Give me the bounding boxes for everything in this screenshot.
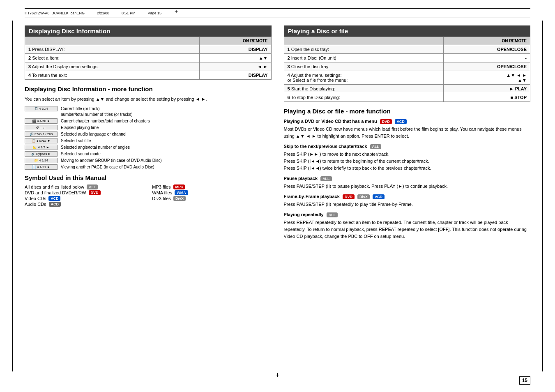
subsection-badge: DVD	[343, 194, 355, 199]
icon-row: 🎵 4 10/4Current title (or track)number/t…	[25, 106, 272, 118]
play-step-label: 5 Start the Disc playing:	[284, 85, 443, 93]
playing-disc-section: Playing a Disc or file ON REMOTE 1 Open …	[284, 25, 531, 102]
page-header: HT762TZW-A0_DCANLLK_canENG 2/21/08 8:51 …	[25, 8, 530, 18]
playing-step-row: 4 Adjust the menu settings:or Select a f…	[284, 71, 530, 85]
step-label: 2 Select a item:	[25, 54, 200, 62]
symbol-right: MP3 files MP3WMA files WMADivX files Div…	[152, 184, 271, 208]
subsection-title: Frame-by-Frame playback DVD DivX VCD	[284, 194, 531, 199]
display-step-row: 2 Select a item: ▲▼	[25, 54, 272, 62]
header-left: HT762TZW-A0_DCANLLK_canENG 2/21/08 8:51 …	[25, 10, 180, 16]
subsection-title-text: Playing repeatedly	[284, 212, 324, 217]
icon-img: 🔈 Bypass ►	[25, 151, 58, 157]
step-label: 3 Adjust the Display menu settings:	[25, 62, 200, 71]
subsection-title: Playing repeatedly ALL	[284, 212, 531, 217]
symbol-label: DVD and finalized DVD±R/RW	[25, 190, 86, 195]
playing-step-row: 1 Open the disc tray: OPEN/CLOSE	[284, 45, 530, 54]
subsection-badge: ALL	[320, 176, 332, 181]
icon-row: 📋 1 ENG ►Selected subtitle	[25, 138, 272, 144]
symbol-left: All discs and files listed below ALLDVD …	[25, 184, 144, 208]
page-container: HT762TZW-A0_DCANLLK_canENG 2/21/08 8:51 …	[0, 0, 555, 392]
right-border	[542, 21, 543, 371]
icon-img: 🔊 ENG 1 / 260	[25, 131, 58, 137]
icon-label: Selected sound mode	[61, 151, 101, 157]
icon-img: 🎬 4 4/50 ►	[25, 118, 58, 124]
icon-label: Selected audio language or channel	[61, 131, 127, 137]
subsection-title-text: Playing a DVD or Video CD that has a men…	[284, 119, 377, 124]
icons-area: 🎵 4 10/4Current title (or track)number/t…	[25, 106, 272, 170]
subsection: Pause playback ALL Press PAUSE/STEP (II)…	[284, 176, 531, 190]
subsection-badge: VCD	[395, 119, 407, 124]
playing-step-row: 6 To stop the Disc playing: ■ STOP	[284, 93, 530, 102]
display-info-table: ON REMOTE 1 Press DISPLAY: DISPLAY 2 Sel…	[25, 37, 272, 80]
play-step-label: 1 Open the disc tray:	[284, 45, 443, 54]
symbol-label: DivX files	[152, 196, 171, 201]
play-step-remote: OPEN/CLOSE	[443, 62, 530, 71]
symbol-row: MP3 files MP3	[152, 184, 271, 189]
symbol-label: MP3 files	[152, 184, 170, 189]
subsection-body: Press SKIP (►►I) to move to the next cha…	[284, 151, 531, 172]
play-step-label: 2 Insert a Disc: (On unit)	[284, 54, 443, 62]
symbol-badge: WMA	[175, 190, 188, 195]
subsection-title: Pause playback ALL	[284, 176, 531, 181]
subsection-body: Press PAUSE/STEP (II) repeatedly to play…	[284, 201, 531, 208]
subsection-body: Press PAUSE/STEP (II) to pause playback.…	[284, 183, 531, 190]
subsection-body: Press REPEAT repeatedly to select an ite…	[284, 219, 531, 240]
playing-step-row: 3 Close the disc tray: OPEN/CLOSE	[284, 62, 530, 71]
display-step-row: 4 To return the exit: DISPLAY	[25, 71, 272, 80]
display-info-header: Displaying Disc Information	[25, 25, 272, 37]
display-step-row: 3 Adjust the Display menu settings: ◄ ►	[25, 62, 272, 71]
symbol-label: Video CDs	[25, 196, 46, 201]
play-step-remote: ■ STOP	[443, 93, 530, 102]
display-more-desc: You can select an item by pressing ▲▼ an…	[25, 96, 272, 103]
icon-row: 🎬 4 4/50 ►Current chapter number/total n…	[25, 118, 272, 124]
play-step-label: 4 Adjust the menu settings:or Select a f…	[284, 71, 443, 85]
symbol-row: All discs and files listed below ALL	[25, 184, 144, 189]
playing-step-row: 5 Start the Disc playing: ► PLAY	[284, 85, 530, 93]
icon-row: ⏱ ---:--Elapsed playing time	[25, 125, 272, 131]
symbol-badge: VCD	[48, 196, 60, 201]
playing-disc-header: Playing a Disc or file	[284, 25, 531, 37]
subsection-title: Playing a DVD or Video CD that has a men…	[284, 119, 531, 124]
symbol-badge: ACD	[49, 202, 61, 207]
step-label: 1 Press DISPLAY:	[25, 45, 200, 54]
icon-img: 📋 1 ENG ►	[25, 138, 58, 143]
playing-disc-table: ON REMOTE 1 Open the disc tray: OPEN/CLO…	[284, 37, 531, 102]
header-page-ref: Page 15	[147, 11, 161, 15]
subsection: Frame-by-Frame playback DVD DivX VCD Pre…	[284, 194, 531, 208]
col-steps-header	[25, 37, 200, 45]
icon-label: Viewing another PAGE (in case of DVD Aud…	[61, 164, 154, 170]
subsection: Playing a DVD or Video CD that has a men…	[284, 119, 531, 140]
subsection-badge: ALL	[370, 144, 382, 149]
icon-label: Current title (or track)number/total num…	[61, 106, 133, 118]
play-col-remote-header: ON REMOTE	[443, 37, 530, 45]
subsection: Playing repeatedly ALL Press REPEAT repe…	[284, 212, 531, 240]
play-col-steps-header	[284, 37, 443, 45]
icon-label: Current chapter number/total number of c…	[61, 118, 150, 124]
symbol-badge: DivX	[173, 196, 186, 201]
subsection: Skip to the next/previous chapter/track …	[284, 144, 531, 172]
symbol-badge: ALL	[87, 184, 98, 189]
play-step-label: 6 To stop the Disc playing:	[284, 93, 443, 102]
play-step-remote: -	[443, 54, 530, 62]
subsection-badge: ALL	[327, 212, 338, 217]
playing-step-row: 2 Insert a Disc: (On unit) -	[284, 54, 530, 62]
playing-steps-body: 1 Open the disc tray: OPEN/CLOSE 2 Inser…	[284, 45, 530, 102]
playing-more-title: Playing a Disc or file - more function	[284, 108, 531, 115]
icon-img: 📐 4 1/2 ►	[25, 145, 58, 150]
display-more-title: Displaying Disc Information - more funct…	[25, 85, 272, 92]
symbol-badge: DVD	[89, 190, 101, 195]
display-step-row: 1 Press DISPLAY: DISPLAY	[25, 45, 272, 54]
main-content: Displaying Disc Information ON REMOTE 1 …	[25, 25, 530, 242]
icon-img: 📄 4 1/21 ►	[25, 164, 58, 170]
subsection-title-text: Frame-by-Frame playback	[284, 194, 340, 199]
icon-row: 📁 4 1/24Moving to another GROUP (in case…	[25, 158, 272, 164]
icon-label: Elapsed playing time	[61, 125, 99, 131]
symbol-row: WMA files WMA	[152, 190, 271, 195]
icon-row: 📄 4 1/21 ►Viewing another PAGE (in case …	[25, 164, 272, 170]
symbol-label: WMA files	[152, 190, 172, 195]
left-column: Displaying Disc Information ON REMOTE 1 …	[25, 25, 272, 242]
display-info-section: Displaying Disc Information ON REMOTE 1 …	[25, 25, 272, 80]
header-time: 8:51 PM	[122, 11, 136, 15]
symbol-row: DVD and finalized DVD±R/RW DVD	[25, 190, 144, 195]
play-step-remote: ► PLAY	[443, 85, 530, 93]
